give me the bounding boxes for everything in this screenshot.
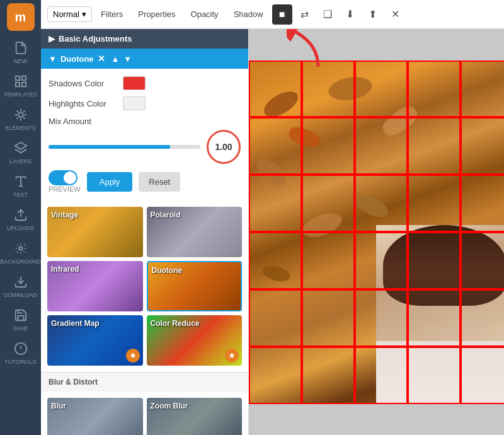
shadows-color-label: Shadows Color [49,79,118,88]
grid-cell [302,289,355,347]
arrange-up-btn[interactable]: ⬆ [363,4,383,25]
copy-icon-btn[interactable]: ❑ [318,4,338,25]
grid-cell [355,289,408,347]
sidebar-item-text[interactable]: TEXT [0,170,41,203]
blur-section-header: Blur & Distort [41,372,248,392]
arrange-down-btn[interactable]: ⬇ [340,4,360,25]
grid-cell [302,347,355,404]
duotone-label: Duotone [60,54,94,64]
sidebar: m NEW TEMPLATES ELEMENTS LAYERS [0,0,41,435]
grid-cell [302,232,355,289]
toolbar: Normal ▾ Filters Properties Opacity Shad… [41,0,504,29]
app-logo[interactable]: m [7,3,35,31]
filter-gradient-badge [126,349,140,362]
filter-zoomblur[interactable]: Zoom Blur [147,398,243,435]
opacity-button[interactable]: Opacity [185,7,225,21]
grid-cell [355,175,408,232]
sidebar-item-layers-label: LAYERS [9,158,32,165]
filter-colorreduce[interactable]: Color Reduce [147,315,243,366]
mix-amount-track[interactable] [49,145,200,149]
filter-infrared[interactable]: Infrared [47,261,143,311]
preview-toggle[interactable] [49,170,77,185]
mode-label: Normal [53,9,79,19]
apply-button[interactable]: Apply [87,172,133,192]
sidebar-item-templates-label: TEMPLATES [4,91,37,98]
sidebar-item-background[interactable]: BACKGROUND [0,236,41,270]
duotone-move-up-icon[interactable]: ▲ [112,54,120,64]
sidebar-item-text-label: TEXT [13,192,28,198]
sidebar-item-templates[interactable]: TEMPLATES [0,69,41,103]
svg-rect-1 [21,76,25,80]
sidebar-item-uploads-label: UPLOADS [7,225,34,231]
filter-grid: Vintage Polaroid Infrared Duotone Gradie… [41,200,248,372]
sidebar-item-tutorials[interactable]: TUTORIALS [0,337,41,370]
canvas-area[interactable] [249,29,504,435]
sidebar-item-background-label: BACKGROUND [0,258,41,265]
grid-cell [461,232,504,289]
filters-button[interactable]: Filters [94,7,129,21]
swap-icon-btn[interactable]: ⇄ [295,4,315,25]
reset-button[interactable]: Reset [139,172,180,192]
svg-rect-2 [15,83,19,86]
shadows-color-swatch[interactable] [123,76,146,90]
sidebar-item-uploads[interactable]: UPLOADS [0,203,41,236]
filter-duotone-label: Duotone [152,266,183,275]
grid-cell [408,117,461,175]
duotone-options-icon[interactable]: ▾ [125,54,130,64]
sidebar-item-elements-label: ELEMENTS [5,125,36,131]
grid-cell [355,61,408,118]
filter-polaroid[interactable]: Polaroid [147,207,243,257]
grid-cell [408,289,461,347]
grid-cell [355,347,408,404]
filter-gradient[interactable]: Gradient Map [47,315,143,366]
sidebar-item-download[interactable]: DOWNLOAD [0,270,41,303]
sidebar-item-layers[interactable]: LAYERS [0,136,41,170]
content-area: ▶ Basic Adjustments ▼ Duotone ✕ ▲ ▾ Shad… [41,29,504,435]
filter-vintage[interactable]: Vintage [47,207,143,257]
filter-duotone[interactable]: Duotone [147,261,243,311]
filter-polaroid-label: Polaroid [151,211,181,219]
filter-blur[interactable]: Blur [47,398,143,435]
canvas-bg [249,61,504,404]
grid-cell [461,61,504,118]
highlights-color-swatch[interactable] [123,96,146,110]
square-icon-btn[interactable]: ■ [272,4,292,25]
filter-gradient-label: Gradient Map [51,319,100,328]
grid-cell [408,347,461,404]
grid-cell [249,289,302,347]
shadow-button[interactable]: Shadow [227,7,270,21]
filter-colorreduce-label: Color Reduce [151,319,200,328]
svg-point-4 [18,112,23,117]
mix-amount-label: Mix Amount [49,117,241,126]
properties-button[interactable]: Properties [132,7,181,21]
highlights-color-label: Highlights Color [49,99,118,108]
sidebar-item-elements[interactable]: ELEMENTS [0,103,41,136]
basic-adjustments-label: Basic Adjustments [59,34,132,44]
grid-cell [355,117,408,175]
svg-rect-0 [15,76,19,80]
grid-cell [249,232,302,289]
sidebar-item-tutorials-label: TUTORIALS [4,359,36,365]
filter-vintage-label: Vintage [51,211,78,219]
mode-dropdown[interactable]: Normal ▾ [47,6,92,22]
sidebar-item-new[interactable]: NEW [0,36,41,69]
sidebar-item-save[interactable]: SAVE [0,303,41,337]
grid-overlay [249,61,504,404]
duotone-close-icon[interactable]: ✕ [98,54,105,64]
preview-toggle-container: PREVIEW [49,170,81,193]
grid-cell [249,117,302,175]
close-toolbar-btn[interactable]: ✕ [386,4,406,25]
shadows-color-row: Shadows Color [49,76,241,90]
basic-adjustments-header[interactable]: ▶ Basic Adjustments [41,29,248,49]
blur-filter-grid: Blur Zoom Blur [41,392,248,435]
grid-cell [408,175,461,232]
grid-cell [249,61,302,118]
left-panel: ▶ Basic Adjustments ▼ Duotone ✕ ▲ ▾ Shad… [41,29,249,435]
grid-cell [249,347,302,404]
filter-infrared-label: Infrared [51,265,79,274]
sidebar-item-save-label: SAVE [13,325,28,332]
grid-cell [249,175,302,232]
preview-label: PREVIEW [49,185,81,193]
collapse-icon: ▼ [49,54,57,64]
duotone-section-header[interactable]: ▼ Duotone ✕ ▲ ▾ [41,49,248,69]
